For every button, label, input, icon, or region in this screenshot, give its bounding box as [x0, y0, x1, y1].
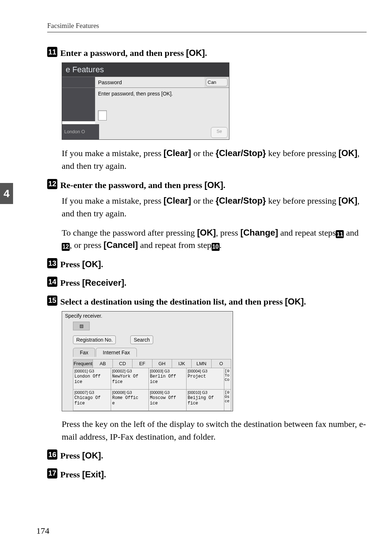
step-11-title: Enter a password, and then press [OK]. — [60, 47, 207, 59]
step-12-number: 12 — [47, 179, 57, 189]
dest-00001-code: [00001] G3 — [74, 369, 94, 373]
ss1-cancel-button[interactable]: Can — [206, 78, 228, 86]
dest-00009[interactable]: [00009] G3Moscow Off ice — [149, 389, 187, 411]
p2-bracket-l: { — [216, 196, 219, 205]
step-17-title-c: . — [104, 470, 106, 479]
p3a: To change the password after pressing — [62, 228, 197, 237]
p3f: and — [344, 228, 359, 237]
dest-00010[interactable]: [00010] G3Beijing Of fice — [187, 389, 224, 411]
p3-cancel: [Cancel] — [103, 240, 138, 250]
step-14-title-a: Press — [60, 278, 82, 288]
dest-00003-code: [00003] G3 — [150, 369, 170, 373]
alpha-frequent[interactable]: Frequent — [73, 359, 93, 368]
header-rule — [47, 32, 367, 32]
dest-row1-partial[interactable]: [0 To Co — [224, 368, 231, 390]
ss1-prompt: Enter password, then press [OK]. — [95, 88, 229, 100]
page-number: 174 — [36, 526, 49, 536]
dest-00001[interactable]: [00001] G3London Off ice — [73, 368, 111, 390]
dest-00009-code: [00009] G3 — [150, 390, 170, 395]
step-12-title-c: . — [223, 180, 225, 190]
p1-ok: [OK] — [339, 148, 358, 158]
step-13-ok: [OK] — [82, 259, 101, 269]
alpha-lmn[interactable]: LMN — [192, 359, 211, 368]
step-15-title-a: Select a destination using the destinati… — [60, 297, 285, 306]
step-12-title-a: Re-enter the password, and then press — [60, 180, 204, 190]
step-14-receiver: [Receiver] — [82, 278, 124, 288]
ss1-leftcol-top — [62, 77, 95, 87]
channel-fax-icon[interactable]: ▤ — [73, 322, 90, 330]
step-ref-11: 11 — [336, 230, 344, 238]
step-11-number: 11 — [47, 47, 57, 57]
para-after-12b: To change the password after pressing [O… — [62, 227, 367, 252]
step-13-number: 13 — [47, 258, 57, 268]
step-12-title: Re-enter the password, and then press [O… — [60, 179, 225, 191]
step-14-title: Press [Receiver]. — [60, 277, 126, 289]
dest-00004-code: [00004] G3 — [188, 369, 207, 373]
alpha-o[interactable]: O — [212, 359, 231, 368]
dest-00010-code: [00010] G3 — [188, 390, 207, 395]
step-11-ok: [OK] — [186, 48, 205, 58]
step-ref-10: 10 — [212, 243, 220, 251]
dest-00002-code: [00002] G3 — [112, 369, 132, 373]
step-15-number: 15 — [47, 296, 57, 306]
step-15-title: Select a destination using the destinati… — [60, 296, 306, 307]
ss1-titlebar: e Features — [62, 63, 229, 77]
para-after-15: Press the key on the left of the display… — [62, 418, 367, 443]
ss1-se-button[interactable]: Se — [211, 127, 228, 138]
dest-00004-name: Project — [188, 374, 206, 379]
screenshot-destination: Specify receiver. ▤ Registration No. Sea… — [62, 311, 233, 411]
alpha-ef[interactable]: EF — [132, 359, 152, 368]
dest-00003-name: Berlin Off ice — [150, 374, 176, 384]
step-17-number: 17 — [47, 468, 57, 478]
mode-tab-internetfax[interactable]: Internet Fax — [96, 348, 137, 357]
dest-row2-partial[interactable]: [0 Os ce — [224, 389, 231, 411]
dest-00008[interactable]: [00008] G3Rome Offic e — [111, 389, 149, 411]
p3g: , or press — [70, 240, 103, 250]
step-11-title-c: . — [205, 48, 207, 58]
p2c: or the — [191, 196, 216, 205]
alpha-cd[interactable]: CD — [113, 359, 132, 368]
para-after-12a: If you make a mistake, press [Clear] or … — [62, 195, 367, 220]
p3j: . — [220, 240, 222, 250]
dest-row-2: [00007] G3Chicago Of fice [00008] G3Rome… — [73, 389, 231, 411]
p3-ok: [OK] — [197, 228, 216, 237]
step-14-number: 14 — [47, 277, 57, 287]
ss2-title: Specify receiver. — [62, 311, 233, 322]
alpha-ab[interactable]: AB — [93, 359, 113, 368]
step-13-title: Press [OK]. — [60, 258, 103, 270]
dest-00003[interactable]: [00003] G3Berlin Off ice — [149, 368, 187, 390]
step-17-title: Press [Exit]. — [60, 468, 106, 480]
dest-00008-code: [00008] G3 — [112, 390, 132, 395]
alpha-gh[interactable]: GH — [152, 359, 172, 368]
step-ref-12: 12 — [62, 243, 70, 251]
ss1-password-input[interactable] — [98, 110, 107, 121]
screenshot-password: e Features Password Can Enter password, … — [62, 62, 229, 140]
dest-00010-name: Beijing Of fice — [188, 395, 214, 406]
dest-00007[interactable]: [00007] G3Chicago Of fice — [73, 389, 111, 411]
step-14-title-c: . — [124, 278, 126, 288]
step-16-title: Press [OK]. — [60, 449, 103, 461]
p2-bracket-r: } — [262, 196, 266, 205]
dest-00007-code: [00007] G3 — [74, 390, 94, 395]
p1-clearstop: Clear/Stop — [219, 148, 262, 158]
search-button[interactable]: Search — [130, 335, 153, 344]
step-17-title-a: Press — [60, 470, 82, 479]
step-16-title-c: . — [101, 451, 103, 460]
step-16-ok: [OK] — [82, 451, 101, 460]
ss1-leftcol-mid — [62, 88, 95, 121]
step-12-ok: [OK] — [204, 180, 223, 190]
p1-clear: [Clear] — [164, 148, 191, 158]
dest-00007-name: Chicago Of fice — [74, 395, 101, 406]
step-16-number: 16 — [47, 449, 57, 460]
alpha-ijk[interactable]: IJK — [172, 359, 192, 368]
side-tab: 4 — [0, 183, 13, 204]
ss1-london-label: London O — [62, 124, 99, 139]
dest-00002[interactable]: [00002] G3NewYork Of fice — [111, 368, 149, 390]
mode-tab-fax[interactable]: Fax — [73, 348, 95, 357]
dest-00001-name: London Off ice — [74, 374, 101, 384]
dest-00004[interactable]: [00004] G3Project — [187, 368, 224, 390]
ss1-right-fill: Se — [99, 124, 229, 139]
step-13-title-a: Press — [60, 260, 82, 269]
p1-bracket-l: { — [216, 148, 219, 158]
registration-no-button[interactable]: Registration No. — [73, 335, 116, 344]
